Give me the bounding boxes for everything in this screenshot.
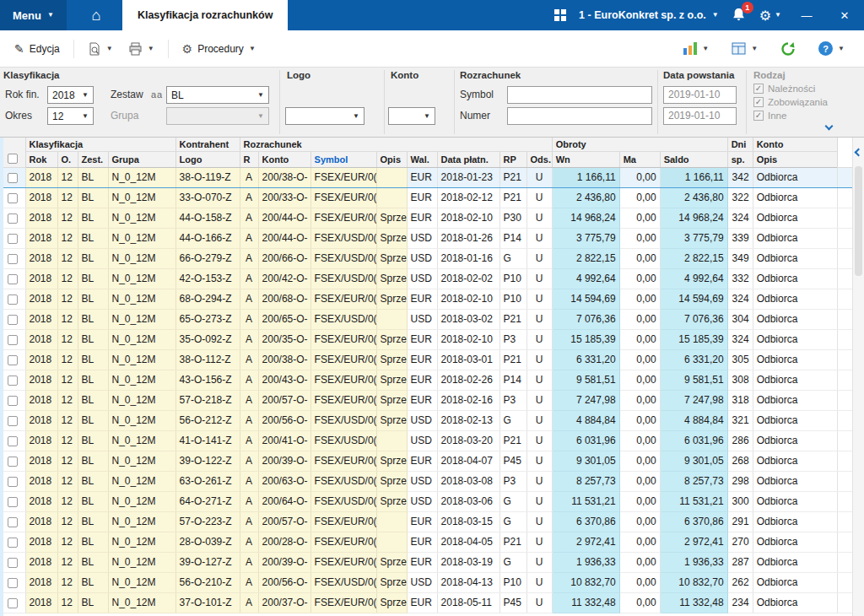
cell-symbol[interactable]: FSEX/USD/0( <box>310 410 376 430</box>
cell-sp[interactable]: 234 <box>727 592 753 613</box>
cell-saldo[interactable]: 11 531,21 <box>660 491 727 511</box>
column-header-ods[interactable]: Ods. <box>526 151 552 167</box>
cell-rok[interactable]: 2018 <box>25 329 57 349</box>
cell-ods[interactable]: U <box>526 572 552 592</box>
cell-rok[interactable]: 2018 <box>25 228 57 248</box>
table-row[interactable]: 201812BLN_0_12M37-O-101-ZA200/37-O-FSEX/… <box>0 592 852 613</box>
table-row[interactable]: 201812BLN_0_12M68-O-294-ZA200/68-O-FSEX/… <box>0 289 852 309</box>
column-header-opis[interactable]: Opis <box>376 151 407 167</box>
cell-wal[interactable]: EUR <box>407 532 437 552</box>
cell-konto[interactable]: 200/38-O- <box>258 167 310 187</box>
refresh-button[interactable] <box>775 37 802 61</box>
cell-opis[interactable]: Odbiorca <box>753 370 837 390</box>
cell-ods[interactable]: U <box>526 289 552 309</box>
cell-wal[interactable]: USD <box>407 572 437 592</box>
cell-saldo[interactable]: 4 992,64 <box>660 268 727 289</box>
cell-wal[interactable]: USD <box>407 268 437 289</box>
table-row[interactable]: 201812BLN_0_12M63-O-261-ZA200/63-O-FSEX/… <box>0 471 852 491</box>
cell-opis[interactable]: Sprze <box>376 248 407 268</box>
cell-o[interactable]: 12 <box>57 552 78 572</box>
cell-rok[interactable]: 2018 <box>25 390 57 410</box>
table-row[interactable]: 201812BLN_0_12M39-O-127-ZA200/39-O-FSEX/… <box>0 552 852 572</box>
cell-saldo[interactable]: 10 832,70 <box>660 572 727 592</box>
cell-opis[interactable]: Odbiorca <box>753 349 837 370</box>
cell-saldo[interactable]: 11 332,48 <box>660 592 727 613</box>
cell-wn[interactable]: 6 331,20 <box>552 349 619 370</box>
cell-o[interactable]: 12 <box>57 511 78 532</box>
cell-rp[interactable]: P21 <box>500 187 526 208</box>
table-row[interactable]: 201812BLN_0_12M38-O-112-ZA200/38-O-FSEX/… <box>0 349 852 370</box>
cell-grupa[interactable]: N_0_12M <box>108 289 176 309</box>
cell-sp[interactable]: 304 <box>727 309 753 329</box>
cell-zest[interactable]: BL <box>78 309 108 329</box>
cell-sp[interactable]: 332 <box>727 268 753 289</box>
menu-button[interactable]: Menu ▼ <box>0 0 67 30</box>
cell-r[interactable]: A <box>240 451 258 471</box>
cell-ma[interactable]: 0,00 <box>619 532 660 552</box>
cell-opis[interactable]: Odbiorca <box>753 390 837 410</box>
cell-rok[interactable]: 2018 <box>25 471 57 491</box>
cell-wn[interactable]: 11 332,48 <box>552 592 619 613</box>
cell-rp[interactable]: P14 <box>500 228 526 248</box>
cell-grupa[interactable]: N_0_12M <box>108 370 176 390</box>
cell-wal[interactable]: EUR <box>407 592 437 613</box>
cell-logo[interactable]: 44-O-166-Z <box>176 228 240 248</box>
cell-zest[interactable]: BL <box>78 349 108 370</box>
cell-opis[interactable]: Odbiorca <box>753 268 837 289</box>
preview-button[interactable]: ▼ <box>82 38 119 60</box>
cell-data-p-atn[interactable]: 2018-04-07 <box>437 451 500 471</box>
cell-konto[interactable]: 200/64-O- <box>258 491 310 511</box>
cell-sp[interactable]: 339 <box>727 228 753 248</box>
cell-ma[interactable]: 0,00 <box>619 329 660 349</box>
cell-rok[interactable]: 2018 <box>25 309 57 329</box>
cell-logo[interactable]: 38-O-112-Z <box>176 349 240 370</box>
cell-wal[interactable]: USD <box>407 430 437 451</box>
row-checkbox[interactable] <box>8 234 18 244</box>
cell-data-p-atn[interactable]: 2018-03-20 <box>437 430 500 451</box>
cell-ma[interactable]: 0,00 <box>619 268 660 289</box>
row-checkbox[interactable] <box>8 416 18 426</box>
expand-filters-chevron-icon[interactable] <box>818 123 839 134</box>
cell-data-p-atn[interactable]: 2018-02-10 <box>437 329 500 349</box>
cell-r[interactable]: A <box>240 248 258 268</box>
cell-r[interactable]: A <box>240 208 258 228</box>
cell-rp[interactable]: P3 <box>500 390 526 410</box>
cell-o[interactable]: 12 <box>57 572 78 592</box>
cell-sp[interactable]: 262 <box>727 572 753 592</box>
edit-button[interactable]: ✎ Edycja <box>8 38 66 60</box>
cell-r[interactable]: A <box>240 471 258 491</box>
cell-sp[interactable]: 291 <box>727 511 753 532</box>
cell-logo[interactable]: 28-O-039-Z <box>176 532 240 552</box>
cell-konto[interactable]: 200/37-O- <box>258 592 310 613</box>
cell-r[interactable]: A <box>240 309 258 329</box>
cell-r[interactable]: A <box>240 329 258 349</box>
cell-sp[interactable]: 324 <box>727 289 753 309</box>
cell-opis[interactable]: Sprze <box>376 370 407 390</box>
cell-konto[interactable]: 200/63-O- <box>258 471 310 491</box>
cell-konto[interactable]: 200/38-O- <box>258 349 310 370</box>
cell-rok[interactable]: 2018 <box>25 532 57 552</box>
column-header-wn[interactable]: Wn <box>552 151 619 167</box>
cell-data-p-atn[interactable]: 2018-05-11 <box>437 592 500 613</box>
cell-opis[interactable] <box>376 511 407 532</box>
cell-opis[interactable] <box>376 187 407 208</box>
cell-symbol[interactable]: FSEX/USD/0( <box>310 572 376 592</box>
cell-rok[interactable]: 2018 <box>25 491 57 511</box>
cell-logo[interactable]: 39-O-127-Z <box>176 552 240 572</box>
cell-logo[interactable]: 43-O-156-Z <box>176 370 240 390</box>
cell-grupa[interactable]: N_0_12M <box>108 268 176 289</box>
row-checkbox[interactable] <box>8 173 18 183</box>
cell-saldo[interactable]: 2 972,41 <box>660 532 727 552</box>
cell-zest[interactable]: BL <box>78 430 108 451</box>
cell-ma[interactable]: 0,00 <box>619 187 660 208</box>
procedures-button[interactable]: ⚙ Procedury ▼ <box>176 38 262 60</box>
cell-wn[interactable]: 10 832,70 <box>552 572 619 592</box>
cell-opis[interactable] <box>376 532 407 552</box>
cell-wn[interactable]: 3 775,79 <box>552 228 619 248</box>
cell-r[interactable]: A <box>240 430 258 451</box>
cell-data-p-atn[interactable]: 2018-02-10 <box>437 289 500 309</box>
cell-wal[interactable]: EUR <box>407 289 437 309</box>
cell-o[interactable]: 12 <box>57 410 78 430</box>
cell-logo[interactable]: 64-O-271-Z <box>176 491 240 511</box>
cell-rok[interactable]: 2018 <box>25 248 57 268</box>
